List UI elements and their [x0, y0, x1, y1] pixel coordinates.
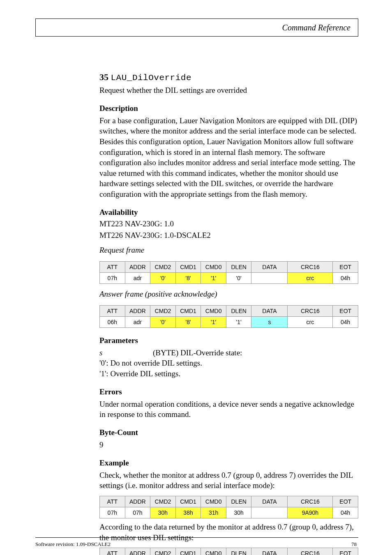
- answer-frame-table-wrap: ATTADDRCMD2CMD1CMD0DLENDATACRC16EOT06had…: [99, 305, 358, 328]
- table-header-cell: ADDR: [125, 548, 150, 555]
- table-data-cell: '1': [201, 272, 226, 283]
- table-data-cell: '0': [150, 316, 176, 327]
- table-header-cell: ATT: [100, 305, 125, 316]
- table-data-cell: '1': [226, 316, 251, 327]
- table-data-cell: crc: [288, 272, 333, 283]
- table-data-cell: 04h: [333, 316, 358, 327]
- header-title-text: Command Reference: [282, 23, 350, 32]
- table-header-cell: DATA: [251, 261, 288, 272]
- table-data-cell: 31h: [201, 507, 226, 518]
- table-data-cell: '8': [175, 316, 201, 327]
- table-header-cell: DLEN: [226, 548, 251, 555]
- parameter-name: s: [99, 348, 153, 358]
- table-header-cell: CRC16: [288, 496, 333, 507]
- table-header-cell: DATA: [251, 305, 288, 316]
- table-header-cell: ATT: [100, 496, 125, 507]
- header-section-title: Command Reference: [35, 18, 358, 37]
- request-frame-table: ATTADDRCMD2CMD1CMD0DLENDATACRC16EOT07had…: [99, 261, 358, 284]
- table-header-cell: EOT: [333, 261, 358, 272]
- example-answer-table: ATTADDRCMD2CMD1CMD0DLENDATACRC16EOT06h07…: [99, 548, 358, 555]
- table-data-cell: '0': [226, 272, 251, 283]
- table-header-cell: CMD1: [175, 305, 201, 316]
- answer-frame-table: ATTADDRCMD2CMD1CMD0DLENDATACRC16EOT06had…: [99, 305, 358, 328]
- table-header-cell: ADDR: [125, 261, 150, 272]
- parameter-row: s(BYTE) DIL-Override state:'0': Do not o…: [99, 348, 358, 379]
- content-column: 35 LAU_DilOverride Request whether the D…: [99, 72, 358, 555]
- table-header-cell: CMD0: [201, 261, 226, 272]
- table-data-cell: s: [251, 316, 288, 327]
- table-data-cell: '1': [201, 316, 226, 327]
- table-header-cell: ATT: [100, 548, 125, 555]
- footer-page: 78: [351, 541, 357, 548]
- table-header-cell: CRC16: [288, 305, 333, 316]
- availability-line-1: MT226 NAV-230G: 1.0-DSCALE2: [99, 231, 358, 240]
- example-intro: Check, whether the monitor at address 0.…: [99, 470, 358, 491]
- table-header-cell: CMD1: [175, 261, 201, 272]
- footer-rule: [35, 537, 358, 538]
- command-title: 35 LAU_DilOverride: [99, 72, 358, 83]
- availability-heading: Availability: [99, 208, 358, 217]
- table-header-cell: CRC16: [288, 261, 333, 272]
- table-data-cell: 04h: [333, 272, 358, 283]
- table-header-cell: CMD2: [150, 548, 176, 555]
- table-data-cell: adr: [125, 316, 150, 327]
- description-heading: Description: [99, 104, 358, 113]
- table-header-cell: DLEN: [226, 496, 251, 507]
- table-header-cell: ADDR: [125, 496, 150, 507]
- table-header-cell: DATA: [251, 496, 288, 507]
- parameters-heading: Parameters: [99, 336, 358, 345]
- table-header-cell: EOT: [333, 305, 358, 316]
- table-data-cell: 30h: [226, 507, 251, 518]
- table-header-cell: EOT: [333, 496, 358, 507]
- table-header-cell: EOT: [333, 548, 358, 555]
- table-data-cell: 07h: [100, 507, 125, 518]
- table-data-cell: 9A90h: [288, 507, 333, 518]
- table-header-cell: ADDR: [125, 305, 150, 316]
- table-header-cell: CMD2: [150, 496, 176, 507]
- table-data-cell: '8': [175, 272, 201, 283]
- table-header-cell: DATA: [251, 548, 288, 555]
- footer-left: Software revision: 1.09-DSCALE2: [35, 541, 111, 548]
- table-data-cell: '0': [150, 272, 176, 283]
- request-frame-title: Request frame: [99, 246, 358, 255]
- example-answer-table-wrap: ATTADDRCMD2CMD1CMD0DLENDATACRC16EOT06h07…: [99, 548, 358, 555]
- table-header-cell: CMD0: [201, 305, 226, 316]
- table-header-cell: CMD0: [201, 548, 226, 555]
- errors-text: Under normal operation conditions, a dev…: [99, 399, 358, 420]
- example-request-table: ATTADDRCMD2CMD1CMD0DLENDATACRC16EOT07h07…: [99, 496, 358, 518]
- table-data-cell: 06h: [100, 316, 125, 327]
- table-header-cell: CMD2: [150, 261, 176, 272]
- parameters-container: s(BYTE) DIL-Override state:'0': Do not o…: [99, 348, 358, 379]
- errors-heading: Errors: [99, 387, 358, 396]
- table-data-cell: 07h: [125, 507, 150, 518]
- availability-line-0: MT223 NAV-230G: 1.0: [99, 219, 358, 228]
- table-header-cell: CRC16: [288, 548, 333, 555]
- table-header-cell: CMD1: [175, 496, 201, 507]
- table-data-cell: [251, 507, 288, 518]
- example-heading: Example: [99, 458, 358, 467]
- command-subtitle: Request whether the DIL settings are ove…: [99, 85, 358, 96]
- bytecount-heading: Byte-Count: [99, 428, 358, 437]
- table-header-cell: CMD2: [150, 305, 176, 316]
- table-data-cell: 07h: [100, 272, 125, 283]
- example-request-table-wrap: ATTADDRCMD2CMD1CMD0DLENDATACRC16EOT07h07…: [99, 496, 358, 518]
- table-data-cell: [251, 272, 288, 283]
- answer-frame-title: Answer frame (positive acknowledge): [99, 290, 358, 299]
- table-data-cell: 38h: [175, 507, 201, 518]
- request-frame-table-wrap: ATTADDRCMD2CMD1CMD0DLENDATACRC16EOT07had…: [99, 261, 358, 284]
- example-mid-text: According to the data returned by the mo…: [99, 522, 358, 543]
- table-header-cell: CMD0: [201, 496, 226, 507]
- command-name: LAU_DilOverride: [111, 73, 192, 83]
- table-data-cell: 30h: [150, 507, 176, 518]
- table-data-cell: crc: [288, 316, 333, 327]
- command-number: 35: [99, 72, 108, 82]
- table-header-cell: DLEN: [226, 305, 251, 316]
- bytecount-text: 9: [99, 440, 358, 450]
- description-text: For a base configuration, Lauer Navigati…: [99, 115, 358, 200]
- table-header-cell: CMD1: [175, 548, 201, 555]
- table-data-cell: 04h: [333, 507, 358, 518]
- table-header-cell: ATT: [100, 261, 125, 272]
- table-header-cell: DLEN: [226, 261, 251, 272]
- table-data-cell: adr: [125, 272, 150, 283]
